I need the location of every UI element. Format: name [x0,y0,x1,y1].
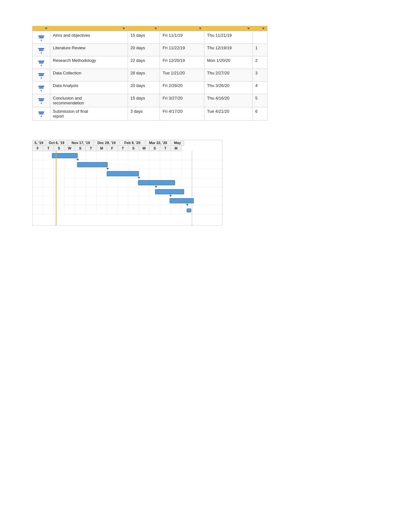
task-predecessors-cell: 5 [252,94,267,107]
gantt-connector-arrow [186,204,189,206]
gantt-period-header: Dec 29, '19 [94,140,120,146]
gantt-body-cell [150,169,160,178]
task-mode-icon: ➧ [38,35,44,42]
gantt-body-cell [139,187,150,196]
col-header-start[interactable] [160,26,204,31]
sort-arrow-icon [199,28,201,29]
gantt-body-cell [64,196,75,205]
gantt-body-row [33,205,222,214]
gantt-bar [155,189,184,194]
gantt-period-header: Oct 6, '19 [45,140,68,146]
task-duration-cell: 28 days [128,69,160,82]
gantt-body-cell [33,196,43,205]
gantt-day-header: S [128,146,139,151]
gantt-body-cell [86,196,96,205]
gantt-chart: 5, '19Oct 6, '19Nov 17, '19Dec 29, '19Fe… [32,140,222,226]
task-name-cell: Data Analysis [50,82,128,94]
gantt-body-cell [96,187,107,196]
gantt-body-cell [64,205,75,214]
gantt-body-cell [96,196,107,205]
gantt-body [33,151,222,225]
gantt-body-cell [139,205,150,214]
gantt-connector-arrow [155,186,157,188]
gantt-day-header: W [139,146,150,151]
gantt-body-cell [54,178,64,187]
gantt-body-cell [54,205,64,214]
gantt-day-header: S [54,146,64,151]
gantt-body-cell [33,178,43,187]
icon-bar [38,73,44,74]
task-predecessors-cell: 6 [252,107,267,121]
icon-arrow: ➧ [40,102,43,105]
col-header-task-mode[interactable] [33,26,50,31]
table-row: ➧ Submission of final report3 daysFri 4/… [33,107,268,121]
task-mode-cell: ➧ [33,82,50,94]
gantt-body-row [33,160,222,169]
table-row: ➧ Research Methodology22 daysFri 12/20/1… [33,56,268,69]
gantt-body-cell [43,169,54,178]
gantt-bar [138,180,175,185]
gantt-body-cell [54,169,64,178]
sort-arrow-icon [122,28,125,29]
gantt-body-cell [96,169,107,178]
gantt-body-cell [75,196,86,205]
task-name-cell: Submission of final report [50,107,128,121]
gantt-day-header: T [86,146,96,151]
task-finish-cell: Thu 11/21/19 [204,31,252,44]
gantt-body-cell [43,178,54,187]
task-mode-cell: ➧ [33,56,50,69]
gantt-body-cell [150,160,160,169]
icon-bar [38,35,44,37]
gantt-body-cell [64,178,75,187]
table-row: ➧ Literature Review20 daysFri 11/22/19Th… [33,44,268,56]
gantt-connector-arrow [76,159,79,161]
gantt-body-cell [118,187,128,196]
col-header-task-name[interactable] [50,26,128,31]
gantt-body-cell [54,187,64,196]
gantt-body-cell [33,205,43,214]
task-mode-icon: ➧ [38,48,44,54]
gantt-day-header: W [64,146,75,151]
gantt-table: ➧ Aims and objectives15 daysFri 11/1/19T… [32,26,268,121]
gantt-header-periods: 5, '19Oct 6, '19Nov 17, '19Dec 29, '19Fe… [33,140,222,146]
icon-arrow: ➧ [40,51,43,54]
gantt-body-cell [139,169,150,178]
gantt-body-cell [107,151,118,160]
gantt-body-cell [171,160,181,169]
gantt-day-header: M [171,146,181,151]
icon-arrow: ➧ [40,39,43,42]
table-row: ➧ Data Collection28 daysTue 1/21/20Thu 2… [33,69,268,82]
gantt-body-cell [54,160,64,169]
sort-arrow-icon [45,28,47,29]
col-header-predecessors[interactable] [252,26,267,31]
col-header-duration[interactable] [128,26,160,31]
task-predecessors-cell: 4 [252,82,267,94]
task-name-cell: Aims and objectives [50,31,128,44]
gantt-body-cell [160,169,171,178]
icon-bar [38,61,44,62]
gantt-body-cell [171,169,181,178]
table-header-row [33,26,268,31]
today-line [56,151,56,225]
col-header-finish[interactable] [204,26,252,31]
task-name-cell: Literature Review [50,44,128,56]
task-finish-cell: Tue 4/21/20 [204,107,252,121]
gantt-body-cell [128,151,139,160]
gantt-bar [187,208,191,212]
gantt-period-header: Feb 9, '20 [120,140,145,146]
gantt-body-cell [150,205,160,214]
gantt-body-cell [75,205,86,214]
task-mode-cell: ➧ [33,44,50,56]
task-mode-cell: ➧ [33,107,50,121]
task-finish-cell: Thu 4/16/20 [204,94,252,107]
task-duration-cell: 22 days [128,56,160,69]
task-name-cell: Data Collection [50,69,128,82]
task-duration-cell: 20 days [128,44,160,56]
sort-arrow-icon [154,28,157,29]
gantt-body-cell [160,151,171,160]
task-finish-cell: Mon 1/20/20 [204,56,252,69]
gantt-body-cell [75,187,86,196]
icon-bar [38,98,44,100]
gantt-period-header: Mar 22, '20 [145,140,171,146]
gantt-body-cell [128,205,139,214]
